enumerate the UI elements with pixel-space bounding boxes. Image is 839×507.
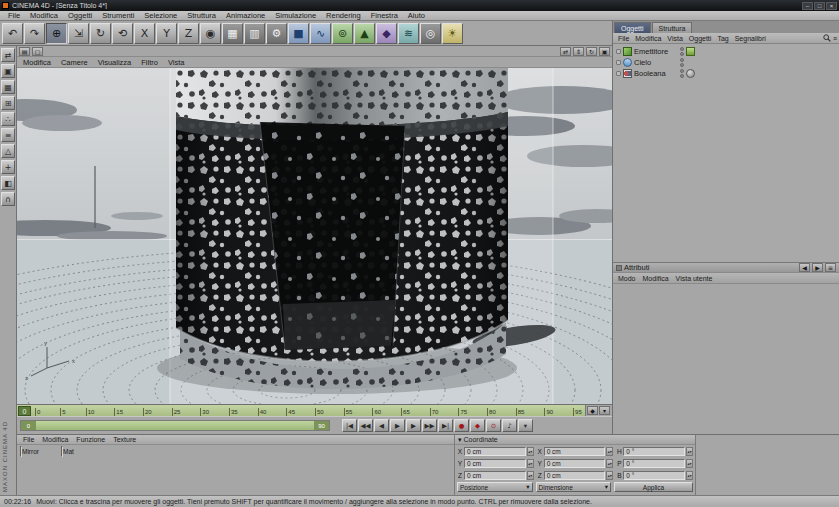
toggle-view-icon[interactable]: ▣ <box>599 47 610 56</box>
viewport-canvas[interactable]: x y z <box>17 68 612 404</box>
object-manager-tab[interactable]: Oggetti <box>614 22 651 33</box>
size-input[interactable]: 0 cm <box>544 471 606 480</box>
rotate-tool-icon[interactable]: ↻ <box>90 23 111 44</box>
menu-item[interactable]: Aiuto <box>403 11 430 20</box>
record-position-button[interactable]: ● <box>454 419 469 432</box>
object-manager-menu-item[interactable]: File <box>615 35 632 42</box>
object-tag-icon[interactable] <box>686 69 695 78</box>
position-input[interactable]: 0 cm <box>464 471 526 480</box>
menu-item[interactable]: Oggetti <box>63 11 97 20</box>
coordinate-system-icon[interactable]: ◉ <box>200 23 221 44</box>
object-row[interactable]: Cielo <box>613 57 839 68</box>
move-tool-icon[interactable]: ⊕ <box>46 23 67 44</box>
model-mode-icon[interactable]: ▣ <box>1 64 15 78</box>
object-name[interactable]: Emettitore <box>634 47 678 56</box>
previous-frame-button[interactable]: ◀ <box>374 419 389 432</box>
panel-menu-icon[interactable]: ≡ <box>825 263 836 272</box>
next-key-button[interactable]: ▶▶ <box>422 419 437 432</box>
spinner[interactable]: ▴▾ <box>606 459 613 468</box>
size-input[interactable]: 0 cm <box>544 459 606 468</box>
add-deformer-icon[interactable]: ◆ <box>376 23 397 44</box>
keyframe-bar-button[interactable]: ◆ <box>587 406 598 415</box>
range-fill[interactable] <box>36 421 314 430</box>
render-picture-viewer-icon[interactable]: ▥ <box>244 23 265 44</box>
texture-mode-icon[interactable]: ▦ <box>1 80 15 94</box>
add-modeling-icon[interactable]: ▲ <box>354 23 375 44</box>
visibility-toggles[interactable] <box>680 47 684 56</box>
size-input[interactable]: 0 cm <box>544 447 606 456</box>
object-manager-menu-item[interactable]: Tag <box>714 35 731 42</box>
visibility-toggles[interactable] <box>680 58 684 67</box>
menu-item[interactable]: Finestra <box>366 11 403 20</box>
zoom-view-icon[interactable]: ⇕ <box>573 47 584 56</box>
rotation-input[interactable]: 0 ° <box>623 447 685 456</box>
expand-toggle-icon[interactable] <box>616 71 621 76</box>
object-manager-menu-item[interactable]: Modifica <box>632 35 664 42</box>
expand-toggle-icon[interactable] <box>616 49 621 54</box>
rotation-input[interactable]: 0 ° <box>623 471 685 480</box>
menu-item[interactable]: Animazione <box>221 11 270 20</box>
sound-button[interactable]: ♪ <box>502 419 517 432</box>
materials-menu-item[interactable]: Texture <box>110 436 139 443</box>
next-frame-button[interactable]: ▶ <box>406 419 421 432</box>
orbit-view-icon[interactable]: ↻ <box>586 47 597 56</box>
render-settings-icon[interactable]: ⚙ <box>266 23 287 44</box>
lock-x-axis-icon[interactable]: X <box>134 23 155 44</box>
object-name[interactable]: Booleana <box>634 69 678 78</box>
previous-key-button[interactable]: ◀◀ <box>358 419 373 432</box>
pan-view-icon[interactable]: ⇄ <box>560 47 571 56</box>
menu-item[interactable]: Selezione <box>139 11 182 20</box>
goto-end-button[interactable]: ▶| <box>438 419 453 432</box>
record-keyframe-button[interactable]: ◆ <box>470 419 485 432</box>
materials-menu-item[interactable]: Modifica <box>39 436 71 443</box>
render-view-icon[interactable]: ▦ <box>222 23 243 44</box>
spinner[interactable]: ▴▾ <box>527 471 534 480</box>
menu-item[interactable]: File <box>3 11 25 20</box>
make-editable-icon[interactable]: ⇄ <box>1 48 15 62</box>
collapse-icon[interactable]: ▾ <box>458 436 462 444</box>
viewport-menu-item[interactable]: Vista <box>164 58 189 67</box>
lock-y-axis-icon[interactable]: Y <box>156 23 177 44</box>
marker-menu-button[interactable]: ▾ <box>599 406 610 415</box>
object-manager-tab[interactable]: Struttura <box>652 22 693 33</box>
range-start-handle[interactable]: 0 <box>21 421 36 430</box>
play-button[interactable]: ▶ <box>390 419 405 432</box>
window-control-button[interactable]: × <box>826 2 837 10</box>
panel-layout-icon[interactable]: ▤ <box>19 47 30 56</box>
undo-icon[interactable]: ↶ <box>2 23 23 44</box>
menu-item[interactable]: Struttura <box>182 11 221 20</box>
rotation-input[interactable]: 0 ° <box>623 459 685 468</box>
autokey-button[interactable]: ⊙ <box>486 419 501 432</box>
apply-button[interactable]: Applica <box>614 482 693 492</box>
history-back-icon[interactable]: ◀ <box>799 263 810 272</box>
polygons-mode-icon[interactable]: △ <box>1 144 15 158</box>
keyframe-options-button[interactable]: ▾ <box>518 419 533 432</box>
timeline-range-slider[interactable]: 0 90 <box>20 420 330 431</box>
spinner[interactable]: ▴▾ <box>527 447 534 456</box>
viewport-menu-item[interactable]: Filtro <box>137 58 162 67</box>
panel-camera-icon[interactable]: ▢ <box>32 47 43 56</box>
filter-icon[interactable]: ≡ <box>833 35 837 42</box>
object-manager-menu-item[interactable]: Segnalibri <box>732 35 769 42</box>
viewport-menu-item[interactable]: Modifica <box>19 58 55 67</box>
attributes-menu-item[interactable]: Modo <box>615 275 639 282</box>
spinner[interactable]: ▴▾ <box>527 459 534 468</box>
axis-mode-icon[interactable]: + <box>1 160 15 174</box>
search-icon[interactable] <box>823 34 831 42</box>
menu-item[interactable]: Rendering <box>321 11 366 20</box>
object-manager-menu-item[interactable]: Vista <box>664 35 685 42</box>
expand-toggle-icon[interactable] <box>616 60 621 65</box>
menu-item[interactable]: Strumenti <box>97 11 139 20</box>
goto-start-button[interactable]: |◀ <box>342 419 357 432</box>
object-row[interactable]: Emettitore <box>613 46 839 57</box>
attributes-menu-item[interactable]: Modifica <box>640 275 672 282</box>
edges-mode-icon[interactable]: ≡ <box>1 128 15 142</box>
range-end-handle[interactable]: 90 <box>314 421 329 430</box>
viewport-menu-item[interactable]: Camere <box>57 58 92 67</box>
add-light-icon[interactable]: ☀ <box>442 23 463 44</box>
window-control-button[interactable]: – <box>802 2 813 10</box>
material-item[interactable]: Mirror <box>20 447 58 456</box>
coordinates-mode-select[interactable]: Dimensione▾ <box>536 482 612 492</box>
last-tool-icon[interactable]: ⟲ <box>112 23 133 44</box>
solo-mode-icon[interactable]: ◧ <box>1 176 15 190</box>
